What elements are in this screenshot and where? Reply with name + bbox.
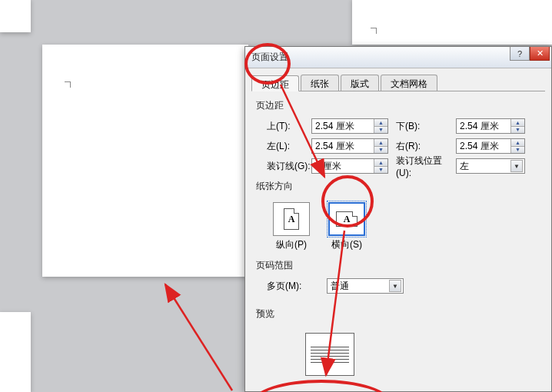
spin-up-icon[interactable]: ▲	[374, 139, 387, 147]
spin-up-icon[interactable]: ▲	[511, 139, 524, 147]
dialog-title: 页面设置	[251, 51, 288, 64]
page-setup-dialog: 页面设置 ? ✕ 页边距 纸张 版式 文档网格 页边距 上(T): ▲▼ 下(B…	[244, 46, 552, 392]
dialog-body: 页边距 上(T): ▲▼ 下(B): ▲▼ 左(L): ▲▼ 右(R): ▲▼	[245, 91, 551, 382]
multipage-label: 多页(M):	[256, 280, 327, 293]
spin-up-icon[interactable]: ▲	[374, 159, 387, 167]
portrait-label: 纵向(P)	[276, 238, 307, 251]
gutter-spinner[interactable]: ▲▼	[311, 158, 388, 174]
right-input[interactable]	[457, 139, 510, 153]
landscape-label: 横向(S)	[331, 238, 362, 251]
spin-up-icon[interactable]: ▲	[374, 119, 387, 127]
top-label: 上(T):	[256, 120, 311, 133]
landscape-icon: A	[336, 211, 357, 227]
spin-down-icon[interactable]: ▼	[511, 147, 524, 154]
top-input[interactable]	[312, 119, 374, 133]
tab-paper[interactable]: 纸张	[301, 75, 339, 91]
svg-line-2	[165, 284, 232, 390]
portrait-icon: A	[284, 208, 299, 230]
background-page	[0, 312, 31, 392]
gutter-pos-value: 左	[460, 160, 469, 173]
spin-down-icon[interactable]: ▼	[374, 147, 387, 154]
tab-grid[interactable]: 文档网格	[381, 75, 437, 91]
tab-margins[interactable]: 页边距	[251, 75, 299, 91]
close-button[interactable]: ✕	[530, 47, 550, 61]
left-input[interactable]	[312, 139, 374, 153]
chevron-down-icon: ▼	[510, 160, 523, 172]
left-spinner[interactable]: ▲▼	[311, 138, 388, 154]
spin-up-icon[interactable]: ▲	[511, 119, 524, 127]
gutter-pos-select[interactable]: 左 ▼	[456, 158, 525, 174]
multipage-value: 普通	[331, 280, 349, 293]
multipage-select[interactable]: 普通 ▼	[327, 278, 404, 294]
preview-box	[305, 333, 354, 376]
right-label: 右(R):	[388, 140, 456, 153]
document-page	[42, 45, 248, 277]
left-label: 左(L):	[256, 140, 311, 153]
margins-group-label: 页边距	[256, 98, 540, 117]
bottom-label: 下(B):	[388, 120, 456, 133]
spin-down-icon[interactable]: ▼	[374, 167, 387, 174]
background-page	[0, 0, 31, 32]
tab-layout[interactable]: 版式	[341, 75, 379, 91]
bottom-input[interactable]	[457, 119, 510, 133]
gutter-pos-label: 装订线位置(U):	[388, 154, 456, 178]
right-spinner[interactable]: ▲▼	[456, 138, 525, 154]
dialog-titlebar[interactable]: 页面设置 ? ✕	[245, 47, 551, 68]
tab-strip: 页边距 纸张 版式 文档网格	[251, 75, 545, 91]
preview-label: 预览	[256, 306, 540, 325]
gutter-label: 装订线(G):	[256, 160, 311, 173]
orientation-landscape[interactable]: A 横向(S)	[328, 202, 365, 251]
orientation-group-label: 纸张方向	[256, 178, 540, 198]
background-page	[352, 0, 552, 45]
top-spinner[interactable]: ▲▼	[311, 118, 388, 134]
bottom-spinner[interactable]: ▲▼	[456, 118, 525, 134]
pages-group-label: 页码范围	[256, 257, 540, 277]
help-button[interactable]: ?	[510, 47, 530, 61]
chevron-down-icon: ▼	[389, 280, 401, 292]
orientation-portrait[interactable]: A 纵向(P)	[273, 202, 310, 251]
spin-down-icon[interactable]: ▼	[374, 127, 387, 134]
gutter-input[interactable]	[312, 159, 374, 173]
spin-down-icon[interactable]: ▼	[511, 127, 524, 134]
